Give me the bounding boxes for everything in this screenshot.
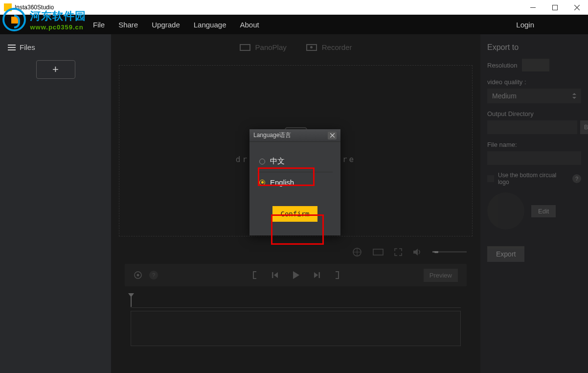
language-option-english-label: English — [270, 178, 294, 186]
language-option-chinese[interactable]: 中文 — [257, 153, 333, 170]
dialog-title-text: Language语言 — [253, 131, 291, 140]
divider — [257, 172, 333, 172]
language-option-chinese-label: 中文 — [270, 157, 285, 166]
radio-icon — [259, 159, 265, 164]
radio-icon — [259, 180, 265, 186]
confirm-button[interactable]: Confirm — [272, 206, 317, 222]
language-dialog: Language语言 中文 English Confirm — [249, 129, 340, 235]
dialog-overlay: Language语言 中文 English Confirm — [0, 0, 588, 373]
dialog-close-button[interactable] — [328, 132, 337, 140]
language-option-english[interactable]: English — [257, 174, 333, 190]
